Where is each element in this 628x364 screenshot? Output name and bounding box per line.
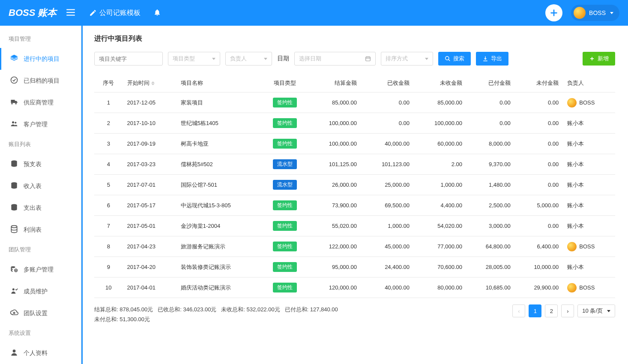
cell-paid: 9,370.00 <box>467 154 515 175</box>
cell-settle: 122,000.00 <box>308 236 361 257</box>
search-button[interactable]: 搜索 <box>438 52 471 66</box>
cell-owner: 账小本 <box>563 195 615 216</box>
table-row[interactable]: 32017-09-19树高卡地亚签约性100,000.0040,000.0060… <box>94 134 615 154</box>
cell-settle: 26,000.00 <box>308 175 361 195</box>
svg-point-12 <box>11 266 15 268</box>
next-page-button[interactable]: › <box>561 304 574 317</box>
cell-owner: 账小本 <box>563 134 615 154</box>
cell-received: 24,400.00 <box>361 257 414 277</box>
sidebar-item-team-settings[interactable]: 团队设置 <box>0 302 81 324</box>
cell-type: 流水型 <box>261 154 308 175</box>
page-button-2[interactable]: 2 <box>545 304 558 317</box>
col-paid[interactable]: 已付金额 <box>467 74 515 92</box>
user-name: BOSS <box>589 9 606 16</box>
owner-select[interactable]: 负责人 <box>225 52 272 66</box>
table-row[interactable]: 82017-04-23旅游服务记账演示签约性122,000.0045,000.0… <box>94 236 615 257</box>
col-received[interactable]: 已收金额 <box>361 74 414 92</box>
sidebar-item-advance-table[interactable]: 预支表 <box>0 153 81 175</box>
sidebar-item-customer-management[interactable]: 客户管理 <box>0 113 81 135</box>
sidebar-item-expense-table[interactable]: 支出表 <box>0 197 81 219</box>
page-size-select[interactable]: 10 条/页 <box>577 304 615 317</box>
table-row[interactable]: 102017-04-01婚庆活动类记账演示签约性120,000.0040,000… <box>94 277 615 298</box>
table-row[interactable]: 12017-12-05家装项目签约性85,000.000.0085,000.00… <box>94 92 615 113</box>
col-unreceived[interactable]: 未收金额 <box>414 74 467 92</box>
type-tag: 签约性 <box>273 221 297 231</box>
person-icon <box>10 348 18 358</box>
cell-name: 中远现代城15-3-805 <box>176 195 261 216</box>
type-tag: 流水型 <box>273 159 297 169</box>
sidebar-item-income-table[interactable]: 收入表 <box>0 175 81 197</box>
cell-settle: 100,000.00 <box>308 134 361 154</box>
keyword-input[interactable] <box>94 52 163 66</box>
add-project-button[interactable]: 新增 <box>583 52 615 66</box>
menu-icon <box>65 7 76 18</box>
col-type[interactable]: 项目类型 <box>261 74 308 92</box>
add-button[interactable] <box>545 4 562 21</box>
avatar <box>567 283 577 292</box>
sidebar-item-profile[interactable]: 个人资料 <box>0 342 81 364</box>
svg-point-6 <box>12 121 14 123</box>
cell-index: 10 <box>94 277 123 298</box>
cell-settle: 95,000.00 <box>308 257 361 277</box>
table-row[interactable]: 92017-04-20装饰装修类记账演示签约性95,000.0024,400.0… <box>94 257 615 277</box>
sort-select[interactable]: 排序方式 <box>381 52 433 66</box>
page-button-1[interactable]: 1 <box>529 304 541 317</box>
sidebar-item-multi-account[interactable]: 多账户管理 <box>0 259 81 280</box>
cell-unreceived: 1,000.00 <box>414 175 467 195</box>
sidebar-item-label: 成员维护 <box>24 288 48 295</box>
layers-icon <box>10 54 18 64</box>
cell-settle: 85,000.00 <box>308 92 361 113</box>
header-title[interactable]: 公司记账模板 <box>89 9 141 18</box>
table-row[interactable]: 62017-05-17中远现代城15-3-805签约性73,900.0069,5… <box>94 195 615 216</box>
bell-icon <box>153 9 161 16</box>
table-row[interactable]: 52017-07-01国际公馆7-501流水型26,000.0025,000.0… <box>94 175 615 195</box>
cell-received: 0.00 <box>361 92 414 113</box>
accounts-icon <box>10 265 18 274</box>
cell-date: 2017-04-20 <box>123 257 176 277</box>
sidebar-item-archived-projects[interactable]: 已归档的项目 <box>0 70 81 92</box>
cell-received: 101,123.00 <box>361 154 414 175</box>
svg-point-11 <box>11 226 17 228</box>
cell-paid: 0.00 <box>467 113 515 134</box>
table-row[interactable]: 22017-10-10世纪城5栋1405签约性100,000.000.00100… <box>94 113 615 134</box>
type-tag: 签约性 <box>273 118 297 128</box>
cell-type: 流水型 <box>261 175 308 195</box>
date-picker[interactable]: 选择日期 <box>294 52 376 66</box>
export-button[interactable]: 导出 <box>476 52 508 66</box>
project-type-select[interactable]: 项目类型 <box>168 52 220 66</box>
sidebar-item-profit-table[interactable]: 利润表 <box>0 219 81 241</box>
user-menu[interactable]: BOSS <box>571 5 619 21</box>
notifications-button[interactable] <box>153 9 161 18</box>
table-footer: 结算总和: 878,045.00元 已收总和: 346,023.00元 未收总和… <box>94 304 615 325</box>
sidebar-item-in-progress-projects[interactable]: 进行中的项目 <box>0 48 81 70</box>
cell-owner: BOSS <box>563 92 615 113</box>
truck-icon <box>10 98 18 107</box>
sidebar-group-label: 系统设置 <box>0 324 81 342</box>
prev-page-button[interactable]: ‹ <box>512 304 525 317</box>
table-row[interactable]: 72017-05-01金沙海棠1-2004签约性55,020.001,000.0… <box>94 216 615 236</box>
cell-date: 2017-04-01 <box>123 277 176 298</box>
col-index[interactable]: 序号 <box>94 74 123 92</box>
cell-type: 签约性 <box>261 195 308 216</box>
cell-owner: 账小本 <box>563 154 615 175</box>
table-row[interactable]: 42017-03-23儒林苑5#502流水型101,125.00101,123.… <box>94 154 615 175</box>
menu-toggle-button[interactable] <box>65 7 76 19</box>
cell-name: 国际公馆7-501 <box>176 175 261 195</box>
col-name[interactable]: 项目名称 <box>176 74 261 92</box>
col-unpaid[interactable]: 未付金额 <box>515 74 563 92</box>
chevron-down-icon <box>212 58 215 60</box>
sidebar-item-supplier-management[interactable]: 供应商管理 <box>0 92 81 113</box>
cell-type: 签约性 <box>261 134 308 154</box>
type-tag: 流水型 <box>273 180 297 190</box>
svg-point-5 <box>11 77 18 84</box>
sidebar: 项目管理进行中的项目已归档的项目供应商管理客户管理账目列表预支表收入表支出表利润… <box>0 26 81 364</box>
cell-unreceived: 100,000.00 <box>414 113 467 134</box>
cell-date: 2017-09-19 <box>123 134 176 154</box>
col-settle[interactable]: 结算金额 <box>308 74 361 92</box>
chevron-down-icon <box>425 58 428 60</box>
cell-paid: 28,005.00 <box>467 257 515 277</box>
sidebar-item-member-maintenance[interactable]: 成员维护 <box>0 280 81 302</box>
member-icon <box>10 286 18 296</box>
col-owner[interactable]: 负责人 <box>563 74 615 92</box>
col-start-date[interactable]: 开始时间 <box>123 74 176 92</box>
